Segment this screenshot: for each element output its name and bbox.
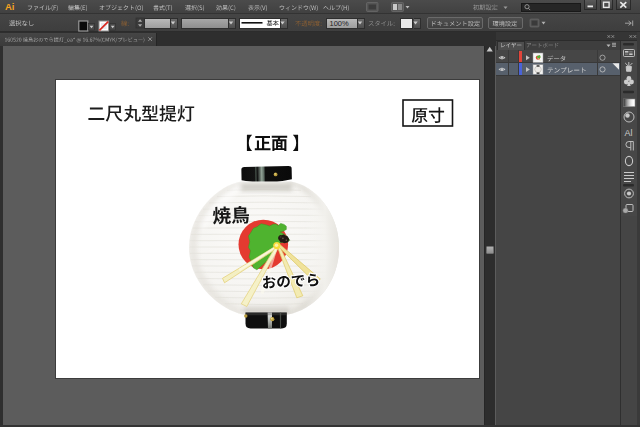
svg-text:Al: Al bbox=[625, 128, 633, 138]
